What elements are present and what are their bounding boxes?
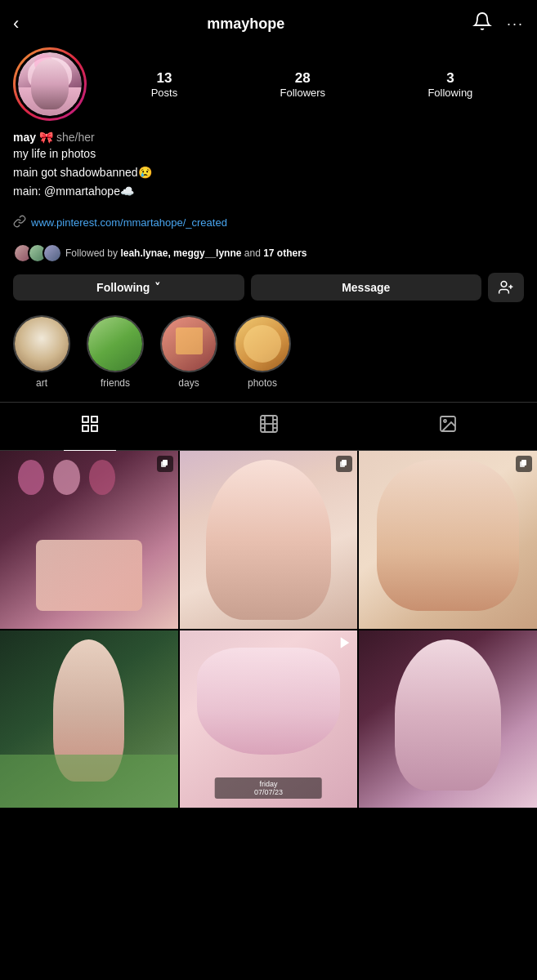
bio-line1: my life in photos [13,145,524,163]
highlight-photos-circle [234,315,291,372]
highlight-art[interactable]: art [13,315,70,389]
bio-line2: main got shadowbanned😢 [13,164,524,181]
highlight-days-circle [160,315,217,372]
multi-photo-badge-2 [336,456,352,472]
bio-name: may [13,131,36,144]
bio-name-line: may 🎀 she/her [13,131,524,144]
highlight-friends-label: friends [101,377,130,389]
svg-rect-4 [92,416,97,422]
profile-section: 13 Posts 28 Followers 3 Following [0,47,537,131]
grid-item-2[interactable] [180,451,358,629]
following-button-label: Following [96,281,150,294]
svg-rect-3 [83,416,88,422]
avatar-wrap [13,47,87,121]
link-chain-icon [13,215,26,230]
tab-tagged[interactable] [422,411,474,442]
highlight-photos[interactable]: photos [234,315,291,389]
grid-item-3[interactable] [359,451,537,629]
followed-by-section: Followed by leah.lynae, meggy__lynne and… [13,243,524,263]
grid-item-6[interactable] [359,630,537,808]
svg-point-16 [444,420,446,422]
reel-play-badge [338,635,352,653]
tab-reels[interactable] [243,411,295,442]
following-button[interactable]: Following ˅ [13,274,244,301]
follower-avatar-3 [43,243,62,263]
avatar-photo [18,52,82,116]
highlights-section: art friends days photos [0,315,537,402]
stats-row: 13 Posts 28 Followers 3 Following [100,70,524,99]
notification-bell-button[interactable] [472,11,492,36]
followers-count: 28 [295,70,311,87]
following-count: 3 [446,70,454,87]
svg-rect-6 [92,425,97,431]
bio-bow-emoji: 🎀 [39,131,53,144]
tab-bar [0,402,537,451]
stat-posts[interactable]: 13 Posts [151,70,178,99]
bio-section: may 🎀 she/her my life in photos main got… [0,131,537,208]
svg-rect-20 [340,461,345,467]
highlight-days[interactable]: days [160,315,217,389]
posts-count: 13 [156,70,172,87]
tab-grid[interactable] [64,411,116,451]
action-buttons: Following ˅ Message [0,273,537,315]
stat-followers[interactable]: 28 Followers [280,70,325,99]
followers-label: Followers [280,87,325,99]
svg-rect-18 [161,461,166,467]
username-title: mmayhope [207,16,284,33]
bio-line3: main: @mmartahope☁️ [13,183,524,200]
photo-grid: friday07/07/23 [0,451,537,808]
chevron-down-icon: ˅ [154,281,160,294]
highlight-days-label: days [178,377,199,389]
highlight-art-circle [13,315,70,372]
avatar [16,50,84,118]
other-followers-count[interactable]: 17 others [263,247,307,259]
bio-link-url: www.pinterest.com/mmartahope/_created [31,216,227,229]
follower-avatar-group [13,243,57,263]
back-button[interactable]: ‹ [13,13,19,34]
svg-rect-22 [520,461,525,467]
add-person-button[interactable] [488,273,524,302]
grid-item-5[interactable]: friday07/07/23 [180,630,358,808]
highlight-friends[interactable]: friends [87,315,144,389]
followed-by-text: Followed by leah.lynae, meggy__lynne and… [65,247,307,259]
message-button-label: Message [342,281,390,294]
svg-rect-5 [83,425,88,431]
follower-names[interactable]: leah.lynae, meggy__lynne [120,247,241,259]
multi-photo-badge [157,456,173,472]
more-options-button[interactable]: ··· [507,16,524,33]
highlight-photos-label: photos [248,377,277,389]
stat-following[interactable]: 3 Following [427,70,472,99]
posts-label: Posts [151,87,178,99]
highlight-art-label: art [36,377,47,389]
svg-marker-23 [341,637,350,648]
header-icons: ··· [472,11,524,36]
svg-point-0 [501,282,507,287]
grid-item-1[interactable] [0,451,178,629]
following-label: Following [427,87,472,99]
highlight-friends-circle [87,315,144,372]
message-button[interactable]: Message [251,274,482,301]
bio-pronouns: she/her [56,131,95,144]
multi-photo-badge-3 [516,456,532,472]
grid-item-4[interactable] [0,630,178,808]
header: ‹ mmayhope ··· [0,0,537,47]
bio-link[interactable]: www.pinterest.com/mmartahope/_created [0,215,537,237]
